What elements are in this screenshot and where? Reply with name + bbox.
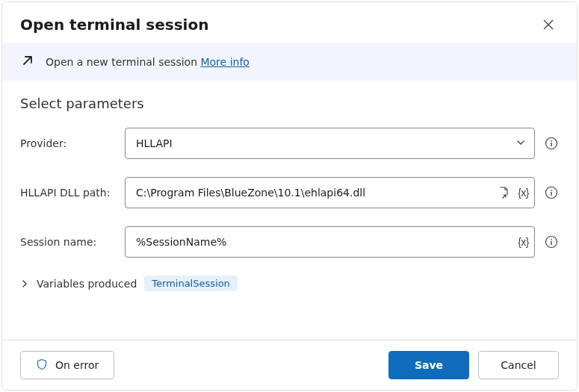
variable-chip[interactable]: TerminalSession bbox=[144, 276, 238, 291]
svg-rect-2 bbox=[551, 143, 551, 146]
chevron-right-icon[interactable] bbox=[20, 279, 29, 288]
provider-label: Provider: bbox=[20, 137, 116, 149]
variable-picker-icon[interactable]: {x} bbox=[518, 187, 529, 199]
banner-text: Open a new terminal session More info bbox=[46, 56, 250, 68]
dllpath-label: HLLAPI DLL path: bbox=[20, 187, 116, 199]
dialog: Open terminal session Open a new termina… bbox=[1, 1, 578, 391]
svg-point-1 bbox=[551, 140, 552, 142]
dialog-footer: On error Save Cancel bbox=[2, 340, 577, 390]
section-title: Select parameters bbox=[20, 96, 559, 111]
cancel-button[interactable]: Cancel bbox=[478, 351, 559, 379]
variables-produced-label: Variables produced bbox=[37, 278, 137, 290]
dllpath-input-wrap: {x} bbox=[125, 177, 535, 208]
session-input-wrap: {x} bbox=[125, 226, 535, 258]
svg-point-7 bbox=[551, 239, 552, 240]
content-area: Select parameters Provider: HLLAPI HLLAP… bbox=[2, 81, 577, 340]
dllpath-input[interactable] bbox=[125, 177, 535, 208]
provider-select-wrap: HLLAPI bbox=[125, 128, 535, 159]
titlebar: Open terminal session bbox=[2, 2, 577, 43]
provider-select[interactable]: HLLAPI bbox=[125, 128, 535, 159]
browse-file-icon[interactable] bbox=[497, 186, 510, 199]
svg-rect-5 bbox=[551, 192, 551, 196]
on-error-button[interactable]: On error bbox=[20, 351, 114, 379]
variables-produced-row: Variables produced TerminalSession bbox=[20, 276, 559, 291]
svg-rect-8 bbox=[551, 241, 551, 245]
session-help-icon[interactable] bbox=[544, 234, 559, 249]
shield-icon bbox=[36, 358, 48, 373]
session-row: Session name: {x} bbox=[20, 226, 559, 258]
save-button[interactable]: Save bbox=[388, 351, 469, 379]
provider-row: Provider: HLLAPI bbox=[20, 128, 559, 159]
variable-picker-icon[interactable]: {x} bbox=[518, 236, 529, 248]
info-banner: Open a new terminal session More info bbox=[2, 43, 577, 81]
open-arrow-icon bbox=[20, 53, 35, 70]
dllpath-help-icon[interactable] bbox=[544, 185, 559, 200]
dialog-title: Open terminal session bbox=[20, 16, 208, 34]
svg-point-4 bbox=[551, 190, 552, 191]
session-label: Session name: bbox=[20, 236, 116, 248]
provider-help-icon[interactable] bbox=[544, 136, 559, 151]
dllpath-row: HLLAPI DLL path: {x} bbox=[20, 177, 559, 208]
session-input[interactable] bbox=[125, 226, 535, 258]
more-info-link[interactable]: More info bbox=[200, 56, 249, 68]
close-icon bbox=[543, 19, 554, 30]
close-button[interactable] bbox=[538, 14, 559, 35]
